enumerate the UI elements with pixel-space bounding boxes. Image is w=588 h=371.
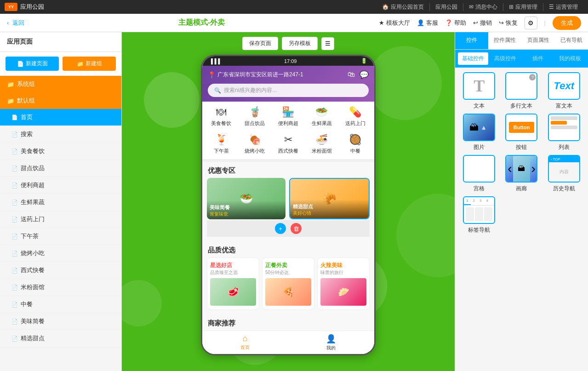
help-icon: ❓ bbox=[445, 19, 452, 26]
template-hall-btn[interactable]: ★ 模板大厅 bbox=[379, 19, 410, 27]
sidebar-item-western[interactable]: 📄 西式快餐 bbox=[0, 262, 121, 279]
page-icon: 📄 bbox=[11, 114, 18, 120]
sidebar-item-chinese[interactable]: 📄 中餐 bbox=[0, 296, 121, 313]
back-button[interactable]: ‹ 返回 bbox=[7, 19, 24, 27]
sidebar-item-selected-dessert[interactable]: 📄 精选甜点 bbox=[0, 330, 121, 347]
save-template-button[interactable]: 另存模板 bbox=[282, 37, 318, 50]
nav-messages[interactable]: ✉ 消息中心 bbox=[463, 3, 503, 11]
help-btn[interactable]: ❓ 帮助 bbox=[445, 19, 466, 27]
battery-icon: 🔋 bbox=[361, 58, 367, 64]
sidebar-item-food[interactable]: 📄 美食餐饮 bbox=[0, 143, 121, 160]
cat-convenience[interactable]: 🏪 便利商超 bbox=[274, 106, 302, 127]
page-icon: 📄 bbox=[11, 234, 18, 240]
widget-text[interactable]: T 文本 bbox=[460, 72, 498, 110]
sidebar-item-afternoon-tea[interactable]: 📄 下午茶 bbox=[0, 228, 121, 245]
canvas-toolbar: 保存页面 另存模板 ☰ bbox=[242, 37, 334, 50]
widget-multitext[interactable]: ? 多行文本 bbox=[502, 72, 541, 110]
chat-icon: 💬 bbox=[360, 70, 369, 79]
tab-page-props[interactable]: 页面属性 bbox=[522, 32, 555, 49]
tab-widgets[interactable]: 控件 bbox=[455, 32, 488, 49]
cat-bbq[interactable]: 🍖 烧烤小吃 bbox=[241, 134, 268, 154]
time-display: 17:09 bbox=[284, 58, 297, 64]
toolbar: ‹ 返回 主题模式-外卖 ★ 模板大厅 👤 客服 ❓ 帮助 ↩ 撤销 ↪ 恢复 … bbox=[0, 14, 588, 32]
cat-fresh[interactable]: 🥗 生鲜果蔬 bbox=[308, 106, 336, 127]
cat-medicine[interactable]: 💊 送药上门 bbox=[342, 106, 369, 127]
widget-button[interactable]: Button 按钮 bbox=[502, 114, 541, 151]
sidebar-group-default[interactable]: 📁 默认组 bbox=[0, 92, 121, 109]
page-icon: 📄 bbox=[11, 148, 18, 154]
quality-grid: 星选好店 品质臻至之选 🥩 正餐外卖 50分钟必达 🍕 火辣美味 bbox=[207, 257, 370, 310]
nav-app-park[interactable]: 应用公园 bbox=[430, 3, 463, 11]
nav-home[interactable]: 🏠 应用公园首页 bbox=[377, 3, 430, 11]
sidebar-item-search[interactable]: 📄 搜索 bbox=[0, 126, 121, 143]
sidebar-item-medicine[interactable]: 📄 送药上门 bbox=[0, 211, 121, 228]
widget-grid: T 文本 ? 多行文本 Text bbox=[455, 68, 588, 239]
save-page-button[interactable]: 保存页面 bbox=[242, 37, 278, 50]
bottom-nav-home[interactable]: ⌂ 首页 bbox=[240, 334, 250, 351]
subtab-my-template[interactable]: 我的模板 bbox=[555, 52, 585, 65]
quality-card-1[interactable]: 星选好店 品质臻至之选 🥩 bbox=[207, 257, 259, 310]
widget-grid-ctrl[interactable]: 宫格 bbox=[460, 155, 498, 193]
promo-overlay-1: 美味简餐 胃复味觉 bbox=[207, 200, 285, 219]
person-icon: 👤 bbox=[417, 19, 424, 26]
generate-button[interactable]: 生成 bbox=[553, 16, 581, 30]
bottom-nav-mine[interactable]: 👤 我的 bbox=[326, 334, 336, 351]
quality-card-2[interactable]: 正餐外卖 50分钟必达 🍕 bbox=[262, 257, 314, 310]
promo-card-2[interactable]: 🥐 精选甜点 美好心情 bbox=[289, 178, 370, 219]
new-group-button[interactable]: 📁 新建组 bbox=[63, 57, 116, 71]
nav-ops-manage[interactable]: ☰ 运营管理 bbox=[543, 3, 583, 11]
widget-image[interactable]: 🏔 图片 bbox=[460, 114, 498, 151]
tab-widget-props[interactable]: 控件属性 bbox=[488, 32, 521, 49]
cat-chinese[interactable]: 🥘 中餐 bbox=[342, 134, 369, 154]
sidebar-item-bbq[interactable]: 📄 烧烤小吃 bbox=[0, 245, 121, 262]
home-nav-icon: ⌂ bbox=[243, 334, 248, 343]
sidebar-item-fresh[interactable]: 📄 生鲜果蔬 bbox=[0, 194, 121, 211]
nav-app-manage[interactable]: ⊞ 应用管理 bbox=[503, 3, 543, 11]
subtab-advanced[interactable]: 高级控件 bbox=[490, 52, 520, 65]
sidebar-title: 应用页面 bbox=[0, 32, 121, 52]
subtab-plugin[interactable]: 插件 bbox=[523, 52, 553, 65]
page-icon: 📄 bbox=[11, 217, 18, 223]
phone-mockup: ▐▐▐ 17:09 🔋 📍 广东省深圳市宝安区前进一路247-1 🛍 💬 bbox=[201, 55, 376, 355]
sidebar-item-noodles[interactable]: 📄 米粉面馆 bbox=[0, 279, 121, 296]
widget-tab-nav[interactable]: 1234 标签导航 bbox=[460, 196, 498, 234]
customer-service-btn[interactable]: 👤 客服 bbox=[417, 19, 438, 27]
promo-add-button[interactable]: + bbox=[275, 223, 286, 234]
sidebar-item-dessert[interactable]: 📄 甜点饮品 bbox=[0, 160, 121, 177]
redo-btn[interactable]: ↪ 恢复 bbox=[499, 19, 518, 27]
cat-western[interactable]: ✂ 西式快餐 bbox=[274, 134, 302, 154]
logo: YY 应用公园 bbox=[5, 3, 44, 11]
search-bar[interactable]: 🔍 搜索ni感兴趣的内容... bbox=[208, 84, 369, 97]
cat-dessert[interactable]: 🧋 甜点饮品 bbox=[241, 106, 268, 127]
cat-food[interactable]: 🍽 美食餐饮 bbox=[207, 106, 235, 127]
promo-grid: 🥗 美味简餐 胃复味觉 🥐 精选甜点 美好心情 bbox=[207, 178, 370, 219]
promo-delete-button[interactable]: 🗑 bbox=[291, 223, 302, 234]
phone-search: 🔍 搜索ni感兴趣的内容... bbox=[202, 84, 374, 102]
main-layout: 应用页面 📄 新建页面 📁 新建组 📁 系统组 📁 默认组 bbox=[0, 32, 588, 371]
widget-grid-icon bbox=[463, 155, 495, 183]
sidebar-item-simple-meal[interactable]: 📄 美味简餐 bbox=[0, 313, 121, 330]
quality-card-3[interactable]: 火辣美味 味蕾的旅行 🥟 bbox=[317, 257, 370, 310]
cat-noodles[interactable]: 🍜 米粉面馆 bbox=[308, 134, 336, 154]
promo-card-1[interactable]: 🥗 美味简餐 胃复味觉 bbox=[207, 178, 285, 219]
quality-section: 星选好店 品质臻至之选 🥩 正餐外卖 50分钟必达 🍕 火辣美味 bbox=[202, 257, 374, 314]
star-icon: ★ bbox=[379, 19, 384, 26]
widget-button-icon: Button bbox=[505, 114, 537, 141]
widget-list[interactable]: 列表 bbox=[545, 114, 583, 151]
settings-button[interactable]: ⚙ bbox=[525, 17, 537, 29]
sidebar-item-home[interactable]: 📄 首页 bbox=[0, 109, 121, 126]
right-panel-tabs: 控件 控件属性 页面属性 已有导航 bbox=[455, 32, 588, 50]
undo-btn[interactable]: ↩ 撤销 bbox=[473, 19, 492, 27]
canvas-settings-button[interactable]: ☰ bbox=[321, 37, 334, 50]
widget-gallery[interactable]: ‹ 🏔 › 画廊 bbox=[502, 155, 541, 193]
cat-tea[interactable]: 🍹 下午茶 bbox=[207, 134, 235, 154]
new-page-button[interactable]: 📄 新建页面 bbox=[6, 57, 59, 71]
phone-header: 📍 广东省深圳市宝安区前进一路247-1 🛍 💬 bbox=[202, 66, 374, 84]
tab-nav[interactable]: 已有导航 bbox=[555, 32, 588, 49]
phone-status-bar: ▐▐▐ 17:09 🔋 bbox=[202, 56, 374, 66]
widget-history-nav[interactable]: ‹ TOP 内容 历史导航 bbox=[545, 155, 583, 193]
sidebar-group-system[interactable]: 📁 系统组 bbox=[0, 76, 121, 92]
subtab-basic[interactable]: 基础控件 bbox=[458, 52, 488, 65]
widget-richtext[interactable]: Text 富文本 bbox=[545, 72, 583, 110]
sidebar-item-convenience[interactable]: 📄 便利商超 bbox=[0, 177, 121, 194]
